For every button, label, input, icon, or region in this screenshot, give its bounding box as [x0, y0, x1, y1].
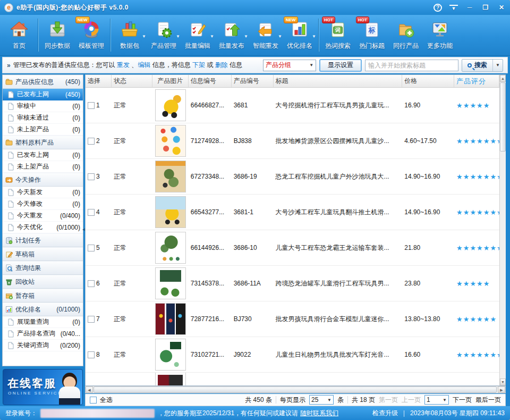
search-input[interactable] [365, 60, 458, 71]
product-thumbnail-toy-green-tanker-box[interactable] [155, 267, 186, 299]
sidebar-header-0[interactable]: 产品供应信息(450) [3, 75, 83, 89]
toolbar-button-product-manage[interactable]: 产品管理 [147, 18, 181, 53]
row-checkbox[interactable] [88, 245, 95, 251]
column-header-5[interactable]: 标题 [274, 75, 403, 87]
search-button[interactable]: 搜索 [462, 59, 503, 72]
row-checkbox[interactable] [88, 209, 95, 216]
row-title-link[interactable]: 批发地摊货源景区公园摆摊玩具儿童沙... [274, 123, 403, 158]
info-link[interactable]: 编辑 [138, 61, 150, 69]
toolbar-button-peer-products[interactable]: 同行产品 [389, 18, 423, 53]
select-all-checkbox[interactable] [90, 397, 97, 404]
contact-us-link[interactable]: 随时联系我们 [300, 409, 338, 418]
collapse-window-icon[interactable]: ▼ [449, 5, 458, 11]
last-page-link[interactable]: 最后一页 [475, 396, 501, 405]
column-header-3[interactable]: 信息编号 [189, 75, 232, 87]
check-update-link[interactable]: 检查升级 [372, 409, 398, 418]
sidebar-header-5[interactable]: 塑料原料产品 [3, 136, 83, 149]
product-thumbnail-toy-green-dino-transport[interactable] [155, 232, 186, 264]
sidebar-header-18[interactable]: 优化排名(0/1000) [3, 303, 83, 316]
column-header-1[interactable]: 状态 [112, 75, 152, 87]
sidebar-item-12[interactable]: 今天优化(0/1000) [3, 222, 83, 233]
close-icon[interactable]: ✕ [497, 4, 506, 11]
prev-page-link[interactable]: 上一页 [402, 396, 421, 405]
sidebar-item-11[interactable]: 今天重发(0/400) [3, 210, 83, 222]
per-page-select[interactable]: 25 [309, 395, 334, 405]
row-checkbox[interactable] [88, 102, 95, 109]
product-thumbnail-toy-red-box-partial[interactable] [155, 373, 186, 385]
row-title-link[interactable]: 恐龙工程车挖掘机儿童户外沙池玩具大... [274, 159, 403, 194]
row-checkbox[interactable] [88, 173, 95, 180]
horizontal-scroll-thumb[interactable] [94, 387, 497, 393]
product-thumbnail-toy-yellow-loader[interactable] [155, 196, 186, 228]
row-title-link[interactable]: 跨境恐龙油罐车儿童滑行工程车玩具男... [274, 266, 403, 301]
sidebar-item-7[interactable]: 未上架产品(0) [3, 161, 83, 173]
next-page-link[interactable]: 下一页 [453, 396, 472, 405]
toolbar-button-template-manage[interactable]: NEW模板管理 [74, 18, 108, 53]
product-thumbnail-toy-alloy-car-packs[interactable] [155, 303, 186, 335]
dropdown-arrow-icon[interactable] [210, 34, 214, 39]
row-checkbox[interactable] [88, 351, 95, 358]
scroll-down-icon[interactable]: ▼ [500, 379, 506, 385]
dropdown-arrow-icon[interactable] [312, 34, 316, 39]
sidebar-item-4[interactable]: 未上架产品(0) [3, 124, 83, 136]
toolbar-button-batch-publish[interactable]: 批量发布 [215, 18, 249, 53]
sidebar-item-1[interactable]: 已发布上网(450) [3, 89, 83, 100]
search-options-dropdown[interactable] [492, 60, 503, 71]
dropdown-arrow-icon[interactable] [278, 34, 282, 39]
sidebar-item-19[interactable]: 展现量查询(0) [3, 316, 83, 328]
sidebar-item-2[interactable]: 审核中(0) [3, 100, 83, 112]
row-checkbox[interactable] [88, 316, 95, 323]
dropdown-arrow-icon[interactable] [142, 34, 146, 39]
sidebar-item-10[interactable]: 今天修改(0) [3, 198, 83, 210]
display-settings-button[interactable]: 显示设置 [319, 59, 362, 72]
row-title-link[interactable]: 儿童大号工程车恐龙霸王龙运输车套装... [274, 230, 403, 265]
row-title-link[interactable]: 大号沙滩工程车儿童玩具翻斗推土机滑... [274, 195, 403, 230]
minimize-icon[interactable]: ─ [465, 4, 474, 11]
product-thumbnail-toy-green-truck-gift[interactable] [155, 339, 186, 371]
online-service-banner[interactable]: 在线客服 ONLINE SERVICE [3, 369, 83, 405]
toolbar-button-hot-word-search[interactable]: 词HOT热词搜索 [321, 18, 355, 53]
sidebar-item-21[interactable]: 关键词查询(0/200) [3, 340, 83, 351]
sidebar-item-20[interactable]: 产品排名查询(0/40... [3, 328, 83, 340]
vertical-scroll-thumb[interactable] [500, 82, 506, 152]
product-thumbnail-toy-beach-set-colorful[interactable] [155, 125, 186, 157]
toolbar-button-data-pack[interactable]: 数据包 [113, 18, 147, 53]
maximize-icon[interactable]: ❒ [481, 4, 490, 11]
toolbar-button-hot-title[interactable]: 标HOT热门标题 [355, 18, 389, 53]
product-group-select[interactable]: 产品分组 [263, 60, 316, 71]
row-checkbox[interactable] [88, 138, 95, 145]
scroll-right-icon[interactable]: ▶ [498, 387, 505, 393]
sidebar-header-15[interactable]: 查询结果 [3, 261, 83, 275]
sidebar-header-8[interactable]: 今天操作 [3, 173, 83, 187]
info-link[interactable]: 下架 [192, 61, 205, 69]
column-header-4[interactable]: 产品编号 [232, 75, 274, 87]
toolbar-button-smart-resend[interactable]: 智能重发 [249, 18, 283, 53]
row-title-link[interactable]: 批发男孩玩具滑行合金车模型儿童迷你... [274, 301, 403, 337]
sidebar-item-6[interactable]: 已发布上网(0) [3, 149, 83, 161]
page-number-select[interactable]: 1 [424, 395, 449, 405]
sidebar-item-9[interactable]: 今天新发(0) [3, 187, 83, 198]
help-icon[interactable]: ? [434, 4, 442, 12]
toolbar-button-more-functions[interactable]: 更多功能 [423, 18, 457, 53]
horizontal-scrollbar[interactable]: ◀ ▶ [85, 386, 506, 393]
toolbar-button-home[interactable]: 首页 [2, 18, 36, 53]
column-header-0[interactable]: 选择 [86, 75, 112, 87]
dropdown-arrow-icon[interactable] [244, 34, 248, 39]
column-header-7[interactable]: 产品评分 [454, 75, 499, 87]
row-checkbox[interactable] [88, 280, 95, 287]
product-thumbnail-toy-excavator-yellow[interactable] [155, 89, 186, 121]
first-page-link[interactable]: 第一页 [379, 396, 398, 405]
sidebar-header-17[interactable]: 暂存箱 [3, 289, 83, 303]
vertical-scrollbar[interactable]: ▲ ▼ [499, 75, 506, 385]
column-header-2[interactable]: 产品图片 [152, 75, 189, 87]
row-title-link[interactable]: 大号挖掘机滑行工程车玩具男孩儿童玩... [274, 88, 403, 123]
info-link[interactable]: 删除 [215, 61, 228, 69]
toolbar-button-rank-optimize[interactable]: NEW优化排名 [283, 18, 317, 53]
scroll-left-icon[interactable]: ◀ [86, 387, 93, 393]
scroll-up-icon[interactable]: ▲ [500, 75, 506, 82]
toolbar-button-batch-edit[interactable]: 批量编辑 [181, 18, 215, 53]
sidebar-header-13[interactable]: 计划任务 [3, 233, 83, 247]
row-title-link[interactable]: 儿童生日礼物男生玩具批发汽车灯光音... [274, 337, 403, 372]
sidebar-item-3[interactable]: 审核未通过(0) [3, 112, 83, 124]
product-thumbnail-toy-camo-dino-truck[interactable] [155, 161, 186, 192]
